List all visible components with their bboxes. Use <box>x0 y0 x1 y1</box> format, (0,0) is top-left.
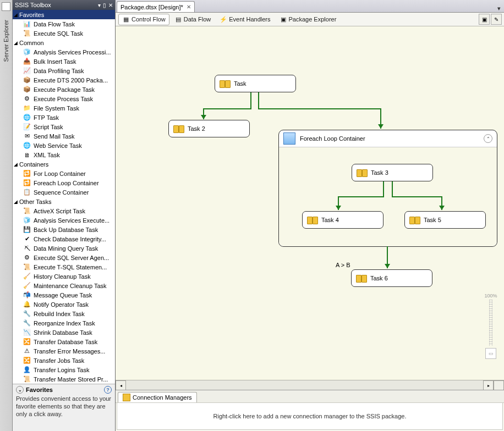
variables-button[interactable]: ▣ <box>479 14 490 25</box>
designer-tab-label: Event Handlers <box>229 16 270 23</box>
document-tab-close-icon[interactable]: ✕ <box>187 4 191 10</box>
toolbox-item-label: Execute Process Task <box>34 96 93 102</box>
toolbox-item[interactable]: 🌐Web Service Task <box>13 141 115 150</box>
task-node-task[interactable]: → Task <box>215 75 296 92</box>
task-node-task4[interactable]: → Task 4 <box>302 211 384 229</box>
toolbox-tree[interactable]: ◢Favorites📊Data Flow Task📜Execute SQL Ta… <box>13 10 115 384</box>
toolbox-item[interactable]: ✉Send Mail Task <box>13 131 115 141</box>
toolbox-item[interactable]: 🗎XML Task <box>13 150 115 159</box>
scroll-left-button[interactable]: ◂ <box>116 380 126 390</box>
toolbox-item[interactable]: 🔔Notify Operator Task <box>13 300 115 309</box>
foreach-header[interactable]: Foreach Loop Container ⌃ <box>279 130 497 147</box>
toolbox-item[interactable]: 📝Script Task <box>13 122 115 131</box>
toolbox-item[interactable]: 📊Data Flow Task <box>13 19 115 29</box>
toolbox-item[interactable]: ⚠Transfer Error Messages... <box>13 346 115 356</box>
toolbox-item-label: Reorganize Index Task <box>34 320 95 327</box>
toolbox-item-label: Data Profiling Task <box>34 68 84 74</box>
toolbox-close-icon[interactable]: ✕ <box>108 2 113 8</box>
toolbox-item[interactable]: 💾Back Up Database Task <box>13 225 115 234</box>
server-explorer-icon[interactable] <box>2 2 10 11</box>
toolbox-toggle-button[interactable]: ✎ <box>491 14 502 25</box>
toolbox-item[interactable]: 🔀Transfer Database Task <box>13 337 115 346</box>
toolbox-category[interactable]: ◢Containers <box>13 159 115 169</box>
connection-hint: Right-click here to add a new connection… <box>213 413 407 419</box>
toolbox-item[interactable]: ⚙Execute SQL Server Agen... <box>13 253 115 262</box>
toolbox-item[interactable]: 🔧Reorganize Index Task <box>13 318 115 328</box>
document-tab-active[interactable]: Package.dtsx [Design]* ✕ <box>117 1 195 12</box>
toolbox-category[interactable]: ◢Common <box>13 38 115 47</box>
zoom-fit-button[interactable]: ▭ <box>485 348 496 359</box>
canvas-hscrollbar[interactable]: ◂ ▸ <box>116 380 504 390</box>
toolbox-item-label: XML Task <box>34 152 60 158</box>
toolbox-item[interactable]: 📜Execute T-SQL Statemen... <box>13 262 115 272</box>
connection-managers-body[interactable]: Right-click here to add a new connection… <box>117 403 503 430</box>
zoom-slider[interactable] <box>489 300 492 346</box>
task-node-task5[interactable]: → Task 5 <box>404 211 486 229</box>
toolbox-item[interactable]: 📥Bulk Insert Task <box>13 57 115 66</box>
toolbox-item-icon: 🔀 <box>23 338 31 346</box>
toolbox-item[interactable]: 🧹History Cleanup Task <box>13 272 115 281</box>
toolbox-item[interactable]: 🔀Transfer Jobs Task <box>13 356 115 365</box>
toolbox-item-label: Data Flow Task <box>34 21 75 27</box>
toolbox-item[interactable]: 📈Data Profiling Task <box>13 66 115 75</box>
task-node-task2[interactable]: → Task 2 <box>168 120 250 137</box>
toolbox-item-label: Transfer Jobs Task <box>34 357 84 364</box>
toolbox-item[interactable]: ✔Check Database Integrity... <box>13 234 115 244</box>
toolbox-item[interactable]: 📦Execute Package Task <box>13 85 115 94</box>
toolbox-item[interactable]: 📉Shrink Database Task <box>13 328 115 337</box>
toolbox-item[interactable]: 🔧Rebuild Index Task <box>13 309 115 318</box>
toolbox-item-icon: 👤 <box>23 366 31 374</box>
task-node-task6[interactable]: → Task 6 <box>351 269 432 287</box>
foreach-collapse-icon[interactable]: ⌃ <box>484 134 492 143</box>
designer-tab-icon: ▤ <box>174 15 182 23</box>
toolbox-item-label: Script Task <box>34 124 63 130</box>
toolbox-item[interactable]: 🌐FTP Task <box>13 113 115 122</box>
toolbox-item[interactable]: 📜ActiveX Script Task <box>13 206 115 216</box>
task-icon: → <box>173 124 184 133</box>
toolbox-item[interactable]: ⛏Data Mining Query Task <box>13 244 115 253</box>
designer-tab-icon: ▣ <box>280 15 287 23</box>
scroll-right-button[interactable]: ▸ <box>483 380 494 390</box>
toolbox-item[interactable]: 📜Execute SQL Task <box>13 29 115 38</box>
server-explorer-tab[interactable]: Server Explorer <box>2 16 10 65</box>
toolbox-title: SSIS Toolbox <box>15 2 96 8</box>
toolbox-item[interactable]: 🔁For Loop Container <box>13 169 115 178</box>
toolbox-item-icon: 📜 <box>23 30 31 37</box>
toolbox-item-label: Foreach Loop Container <box>34 180 99 186</box>
info-help-icon[interactable]: ? <box>104 386 112 394</box>
document-tab-overflow-icon[interactable]: ▾ <box>497 5 501 12</box>
toolbox-item-icon: 📜 <box>23 207 31 215</box>
foreach-body[interactable]: → Task 3 → Task 4 → Task 5 <box>279 147 497 246</box>
info-collapse-icon[interactable]: ⌄ <box>16 386 24 394</box>
toolbox-pin-icon[interactable]: ▯ <box>103 2 106 8</box>
toolbox-item[interactable]: 📜Transfer Master Stored Pr... <box>13 374 115 384</box>
toolbox-dropdown-icon[interactable]: ▾ <box>98 2 101 8</box>
connection-managers-tab[interactable]: Connection Managers <box>118 392 197 402</box>
toolbox-item-label: Execute SQL Server Agen... <box>34 255 109 261</box>
toolbox-item[interactable]: 👤Transfer Logins Task <box>13 365 115 374</box>
toolbox-item[interactable]: 📋Sequence Container <box>13 187 115 197</box>
designer-tab[interactable]: ⚡Event Handlers <box>216 14 274 25</box>
toolbox-item[interactable]: 📬Message Queue Task <box>13 290 115 300</box>
connection-tab-label: Connection Managers <box>133 394 192 401</box>
designer-tab[interactable]: ▤Data Flow <box>171 14 215 25</box>
toolbox-header: SSIS Toolbox ▾ ▯ ✕ <box>13 0 115 10</box>
document-tab-label: Package.dtsx [Design]* <box>120 4 183 10</box>
toolbox-item[interactable]: 📁File System Task <box>13 103 115 113</box>
designer-tab[interactable]: ▣Package Explorer <box>276 14 341 25</box>
toolbox-item-icon: 🔔 <box>23 301 31 308</box>
toolbox-item[interactable]: 🧊Analysis Services Execute... <box>13 216 115 225</box>
toolbox-category[interactable]: ◢Favorites <box>13 10 115 19</box>
task-node-task3[interactable]: → Task 3 <box>352 164 433 181</box>
toolbox-item[interactable]: 🔁Foreach Loop Container <box>13 178 115 187</box>
designer-tab[interactable]: ▦Control Flow <box>118 14 169 25</box>
toolbox-item[interactable]: 📦Execute DTS 2000 Packa... <box>13 75 115 85</box>
toolbox-item[interactable]: ⚙Execute Process Task <box>13 94 115 103</box>
design-canvas[interactable]: → Task → Task 2 Foreach Loop Container ⌃ <box>116 26 504 380</box>
foreach-container[interactable]: Foreach Loop Container ⌃ <box>278 130 497 247</box>
toolbox-item-label: Transfer Logins Task <box>34 367 90 373</box>
toolbox-item-icon: 💾 <box>23 226 31 234</box>
toolbox-item[interactable]: 🧊Analysis Services Processi... <box>13 47 115 57</box>
toolbox-item[interactable]: 🧹Maintenance Cleanup Task <box>13 281 115 290</box>
toolbox-category[interactable]: ◢Other Tasks <box>13 197 115 206</box>
